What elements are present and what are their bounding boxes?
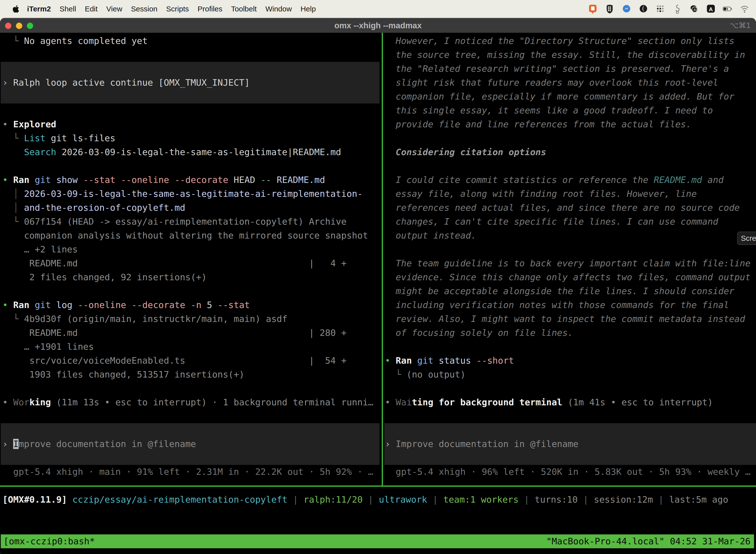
left-pane-line: │ 2026-03-09-is-legal-the-same-as-legiti… bbox=[2, 187, 363, 201]
right-pane-line: › Improve documentation in @filename bbox=[385, 437, 578, 451]
screen: iTerm2ShellEditViewSessionScriptsProfile… bbox=[0, 0, 756, 554]
right-pane-line: references need actual files, and since … bbox=[385, 201, 740, 215]
left-pane-line: └ No agents completed yet bbox=[2, 34, 147, 48]
right-pane-line: review. Also, I might want to inspect th… bbox=[385, 312, 745, 326]
menu-edit[interactable]: Edit bbox=[85, 5, 98, 13]
right-pane-line: gpt-5.4 xhigh · 96% left · 520K in · 5.8… bbox=[385, 465, 751, 479]
left-pane-line: └ 067f154 (HEAD -> essay/ai-reimplementa… bbox=[2, 215, 346, 229]
right-pane-line: the "Related research writing" section i… bbox=[385, 62, 729, 76]
left-pane-line: └ 4b9d30f (origin/main, instructkr/main,… bbox=[2, 312, 288, 326]
screen-recording-icon[interactable] bbox=[587, 3, 598, 14]
window-shortcut-badge: ⌥⌘1 bbox=[730, 18, 751, 33]
tmux-session-label: [omx-cczip0:bash* bbox=[3, 535, 95, 548]
left-pane-line: │ and-the-erosion-of-copyleft.md bbox=[2, 201, 185, 215]
iterm-window: omx --xhigh --madmax ⌥⌘1 Scre [omx-cczip… bbox=[0, 18, 756, 554]
left-pane-line: … +2 lines bbox=[2, 242, 78, 257]
dots-grid-icon[interactable] bbox=[655, 3, 666, 14]
right-pane-line: └ (no output) bbox=[385, 368, 465, 382]
left-pane-line: └ List git ls-files bbox=[2, 131, 115, 145]
svg-text:..61: ..61 bbox=[692, 8, 697, 12]
tmux-host-clock: "MacBook-Pro-44.local" 04:52 31-Mar-26 bbox=[546, 535, 751, 548]
left-pane-line: Search 2026-03-09-is-legal-the-same-as-l… bbox=[2, 145, 341, 159]
left-pane-line: gpt-5.4 xhigh · main · 91% left · 2.31M … bbox=[2, 465, 374, 479]
tmux-status-bar: [omx-cczip0:bash* "MacBook-Pro-44.local"… bbox=[1, 535, 754, 548]
battery-icon[interactable] bbox=[722, 3, 733, 14]
right-pane-line: evidence. Since this change only affects… bbox=[385, 270, 751, 284]
right-pane-line: However, I noticed the "Directory Struct… bbox=[385, 34, 735, 48]
menu-toolbelt[interactable]: Toolbelt bbox=[231, 5, 257, 13]
right-pane-line: • Waiting for background terminal (1m 41… bbox=[385, 395, 713, 409]
menu-scripts[interactable]: Scripts bbox=[166, 5, 189, 13]
apple-logo-icon[interactable] bbox=[12, 5, 19, 13]
left-pane-line: README.md | 280 + bbox=[2, 326, 346, 340]
right-pane-line: • Ran git status --short bbox=[385, 354, 514, 368]
left-pane-line: companion analysis without altering the … bbox=[2, 229, 368, 242]
right-pane-line: essay file, along with finding root file… bbox=[385, 187, 697, 201]
right-pane-line: slight risk that future readers may over… bbox=[385, 76, 718, 90]
menu-bar-status-icons: ..61A bbox=[587, 0, 756, 18]
letter-a-icon[interactable]: A bbox=[705, 3, 716, 14]
left-pane-line: › Improve documentation in @filename bbox=[2, 437, 196, 451]
terminal-area[interactable]: Scre [omx-cczip0:bash* "MacBook-Pro-44.l… bbox=[0, 33, 756, 554]
right-pane-line: output instead. bbox=[385, 229, 476, 242]
right-pane-line: companion file, especially if more comme… bbox=[385, 90, 735, 104]
left-pane-line: • Ran git log --oneline --decorate -n 5 … bbox=[2, 298, 250, 312]
menu-iterm2[interactable]: iTerm2 bbox=[27, 5, 51, 13]
left-pane-line: … +1901 lines bbox=[2, 340, 94, 354]
bottom-status-pane-line: [OMX#0.11.9] cczip/essay/ai-reimplementa… bbox=[2, 493, 728, 507]
menu-window[interactable]: Window bbox=[265, 5, 292, 13]
menu-help[interactable]: Help bbox=[301, 5, 316, 13]
right-pane-line: this single essay, it seems like a good … bbox=[385, 104, 713, 117]
pane-divider-vertical[interactable] bbox=[382, 33, 383, 486]
svg-text:A: A bbox=[709, 6, 713, 12]
right-pane-line: changes, I can't cite specific file line… bbox=[385, 215, 718, 229]
screen-share-tooltip[interactable]: Scre bbox=[737, 232, 756, 245]
menu-shell[interactable]: Shell bbox=[60, 5, 76, 13]
menu-bar: iTerm2ShellEditViewSessionScriptsProfile… bbox=[0, 0, 756, 18]
right-pane-line: of focusing solely on file lines. bbox=[385, 326, 573, 340]
left-pane-line: src/voice/voiceModeEnabled.ts | 54 + bbox=[2, 354, 346, 368]
left-pane-line: 1903 files changed, 513517 insertions(+) bbox=[2, 368, 244, 382]
menu-profiles[interactable]: Profiles bbox=[197, 5, 222, 13]
left-pane-line: 2 files changed, 92 insertions(+) bbox=[2, 270, 207, 284]
right-pane-line: The team guideline is to back every impo… bbox=[385, 257, 751, 270]
pane-divider-horizontal[interactable] bbox=[0, 486, 756, 487]
wifi-icon[interactable] bbox=[739, 3, 750, 14]
left-pane-line: • Ran git show --stat --oneline --decora… bbox=[2, 173, 325, 187]
messenger-icon[interactable] bbox=[621, 3, 632, 14]
moon-arc-icon[interactable] bbox=[638, 3, 649, 14]
badge-61-icon[interactable]: ..61 bbox=[689, 3, 699, 14]
menu-session[interactable]: Session bbox=[131, 5, 158, 13]
window-title-bar[interactable]: omx --xhigh --madmax ⌥⌘1 bbox=[0, 18, 756, 33]
right-pane-line: provide file and line references from th… bbox=[385, 117, 691, 131]
hook-icon[interactable] bbox=[672, 3, 683, 14]
right-pane-line: the source tree, missing the essay. Stil… bbox=[385, 48, 745, 62]
left-pane-line: • Working (11m 13s • esc to interrupt) ·… bbox=[2, 395, 374, 409]
right-pane-line: Considering citation options bbox=[385, 145, 546, 159]
window-title: omx --xhigh --madmax bbox=[0, 18, 756, 33]
right-pane-line: including verification notes with those … bbox=[385, 298, 729, 312]
right-pane-line: I could cite commit statistics or refere… bbox=[385, 173, 723, 187]
right-pane-line: might be acceptable alongside the file l… bbox=[385, 284, 735, 298]
left-pane-line: › Ralph loop active continue [OMX_TMUX_I… bbox=[2, 76, 250, 90]
menu-view[interactable]: View bbox=[107, 5, 122, 13]
left-pane-line: README.md | 4 + bbox=[2, 257, 346, 270]
left-pane-line: • Explored bbox=[2, 117, 56, 131]
grid-shield-icon[interactable] bbox=[604, 3, 615, 14]
